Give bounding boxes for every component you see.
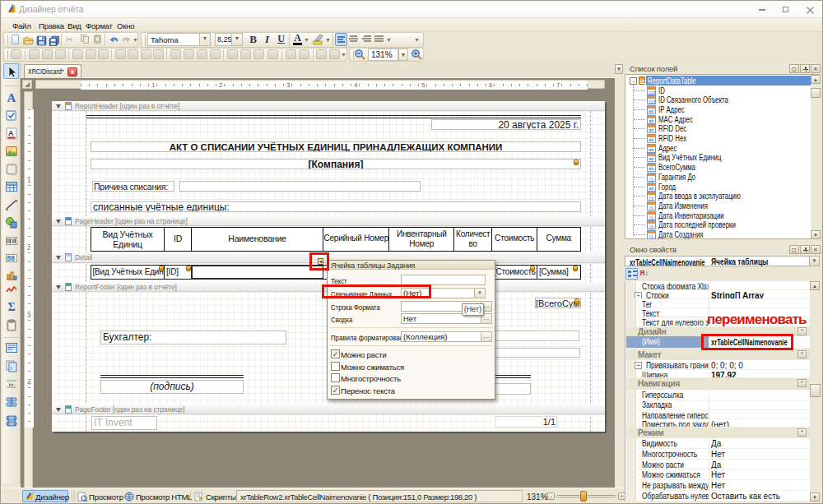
svg-text:88: 88 xyxy=(7,254,16,262)
svg-text:A: A xyxy=(8,129,14,137)
